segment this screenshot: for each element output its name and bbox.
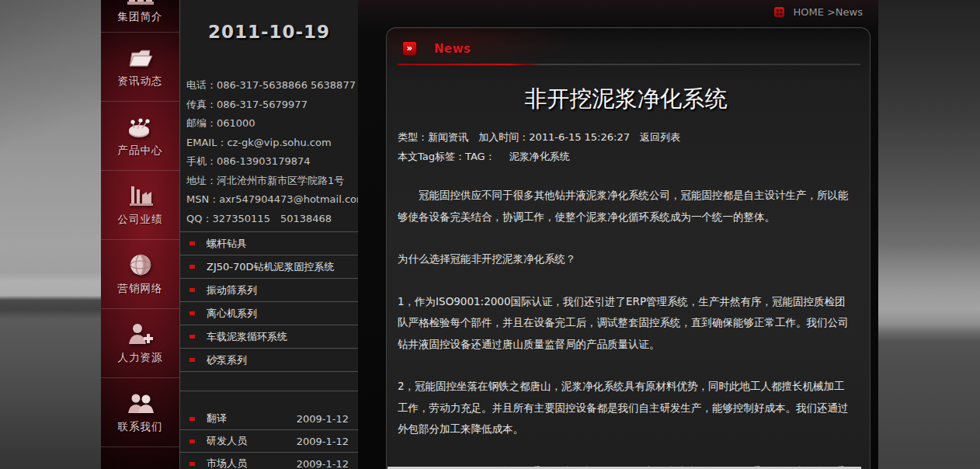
bullet-icon (189, 241, 195, 245)
job-label: 市场人员 (207, 457, 247, 469)
bullet-icon (189, 439, 195, 443)
people-icon (127, 391, 155, 415)
breadcrumb-text: HOME >News (793, 6, 863, 18)
product-menu-item[interactable]: 振动筛系列 (180, 279, 358, 302)
contact-zip: 邮编：061000 (186, 114, 355, 134)
job-list-item[interactable]: 翻译 2009-1-12 (180, 408, 358, 430)
sidebar-item-marketing-network[interactable]: 营销网络 (101, 240, 179, 309)
bullet-icon (189, 288, 195, 292)
sidebar-item-label: 资讯动态 (118, 75, 163, 89)
contact-qq: QQ：327350115 50138468 (186, 210, 355, 229)
panel-title: News (434, 42, 471, 56)
article-type: 类型：新闻资讯 (398, 131, 468, 143)
product-menu-label: 砂泵系列 (207, 353, 247, 367)
article-paragraph: 为什么选择冠能非开挖泥浆净化系统？ (398, 248, 854, 270)
sidebar-item-news[interactable]: 资讯动态 (101, 33, 179, 102)
sidebar-item-performance[interactable]: 公司业绩 (101, 171, 179, 240)
factory-icon (127, 184, 155, 207)
contact-info: 电话：086-317-5638866 5638877 传真：086-317-56… (186, 76, 355, 228)
contact-msn: MSN：axr547904473@hotmail.com (186, 190, 355, 210)
sidebar-item-contact-us[interactable]: 联系我们 (101, 378, 179, 447)
article-title: 非开挖泥浆净化系统 (398, 84, 854, 115)
news-panel: » News 非开挖泥浆净化系统 类型：新闻资讯 加入时间：2011-6-15 … (386, 27, 871, 469)
page: 集团简介 资讯动态 产品中心 公司业绩 营销网络 (0, 0, 980, 469)
contact-email: EMAIL：cz-gk@vip.sohu.com (186, 134, 355, 153)
product-menu-label: 螺杆钻具 (207, 237, 247, 251)
job-label: 研发人员 (207, 434, 247, 448)
bullet-icon (189, 311, 195, 315)
job-date: 2009-1-12 (297, 436, 349, 447)
pins-icon (127, 115, 155, 138)
header-divider (398, 64, 860, 65)
sidebar-item-label: 人力资源 (118, 351, 163, 365)
sidebar-item-label: 集团简介 (118, 10, 163, 24)
contact-phone: 电话：086-317-5638866 5638877 (186, 76, 355, 96)
job-label: 翻译 (207, 412, 227, 426)
building-icon (127, 0, 155, 5)
bullet-icon (189, 335, 195, 339)
article-tags: 本文Tag标签：TAG： 泥浆净化系统 (398, 150, 854, 164)
article: 非开挖泥浆净化系统 类型：新闻资讯 加入时间：2011-6-15 15:26:2… (387, 84, 870, 469)
job-list-item[interactable]: 研发人员 2009-1-12 (180, 430, 358, 453)
background-photo-left (0, 0, 101, 469)
bullet-icon (189, 358, 195, 362)
background-photo-right (878, 0, 980, 469)
sidebar-item-products[interactable]: 产品中心 (101, 102, 179, 171)
double-arrow-icon: » (402, 41, 417, 56)
folder-icon (127, 46, 155, 69)
contact-address: 地址：河北沧州市新市区学院路1号 (186, 172, 355, 191)
sidebar-item-human-resources[interactable]: 人力资源 (101, 309, 179, 378)
panel-header: » News (402, 41, 870, 56)
contact-fax: 传真：086-317-5679977 (186, 96, 355, 115)
product-menu-label: 离心机系列 (207, 307, 257, 321)
article-time: 加入时间：2011-6-15 15:26:27 (478, 131, 630, 143)
breadcrumb[interactable]: HOME >News (774, 6, 863, 18)
sidebar-item-label: 营销网络 (118, 282, 163, 296)
product-menu-item[interactable]: 螺杆钻具 (180, 232, 358, 255)
tag-label: 本文Tag标签：TAG： (398, 151, 495, 162)
article-paragraph: 2，冠能固控坐落在钢铁之都唐山，泥浆净化系统具有原材料优势，同时此地工人都擅长机… (398, 376, 854, 440)
job-date: 2009-1-12 (297, 458, 349, 469)
contact-mobile: 手机：086-13903179874 (186, 152, 355, 172)
sidebar-item-company-profile[interactable]: 集团简介 (101, 0, 179, 33)
person-add-icon (127, 322, 155, 346)
article-body: 冠能固控供应不同于很多其他钻井液泥浆净化系统公司，冠能固控都是自主设计生产，所以… (398, 185, 854, 469)
bullet-icon (189, 462, 195, 466)
jobs-list: 翻译 2009-1-12 研发人员 2009-1-12 市场人员 2009-1-… (180, 391, 358, 469)
sidebar-item-label: 联系我们 (118, 420, 163, 434)
date-heading: 2011-10-19 (180, 22, 358, 42)
article-meta: 类型：新闻资讯 加入时间：2011-6-15 15:26:27 返回列表 (398, 130, 854, 144)
bullet-icon (189, 265, 195, 269)
job-date: 2009-1-12 (297, 413, 349, 425)
main-content-area: HOME >News » News 非开挖泥浆净化系统 类型：新闻资讯 加入时间… (358, 0, 878, 469)
product-menu-item[interactable]: 离心机系列 (180, 302, 358, 325)
product-menu-item[interactable]: ZJ50-70D钻机泥浆固控系统 (180, 255, 358, 279)
sidebar-item-label: 产品中心 (118, 144, 163, 158)
back-to-list-link[interactable]: 返回列表 (640, 131, 680, 143)
breadcrumb-marker-icon (774, 7, 784, 17)
product-menu: 螺杆钻具 ZJ50-70D钻机泥浆固控系统 振动筛系列 离心机系列 车载泥浆循环… (180, 231, 358, 372)
sidebar-nav: 集团简介 资讯动态 产品中心 公司业绩 营销网络 (101, 0, 180, 469)
info-column: 2011-10-19 电话：086-317-5638866 5638877 传真… (179, 0, 358, 469)
tag-value-link[interactable]: 泥浆净化系统 (509, 151, 570, 162)
article-paragraph: 冠能固控供应不同于很多其他钻井液泥浆净化系统公司，冠能固控都是自主设计生产，所以… (398, 185, 854, 228)
bullet-icon (189, 417, 195, 421)
globe-icon (127, 253, 155, 276)
job-list-item[interactable]: 市场人员 2009-1-12 (180, 453, 358, 469)
product-menu-item[interactable]: 砂泵系列 (180, 349, 358, 372)
article-paragraph: 1，作为ISO9001:2000国际认证，我们还引进了ERP管理系统，生产井然有… (398, 291, 854, 356)
product-menu-label: 车载泥浆循环系统 (207, 330, 287, 344)
product-menu-label: ZJ50-70D钻机泥浆固控系统 (207, 260, 335, 274)
sidebar-item-label: 公司业绩 (118, 213, 163, 227)
product-menu-item[interactable]: 车载泥浆循环系统 (180, 325, 358, 349)
product-menu-label: 振动筛系列 (207, 283, 257, 297)
